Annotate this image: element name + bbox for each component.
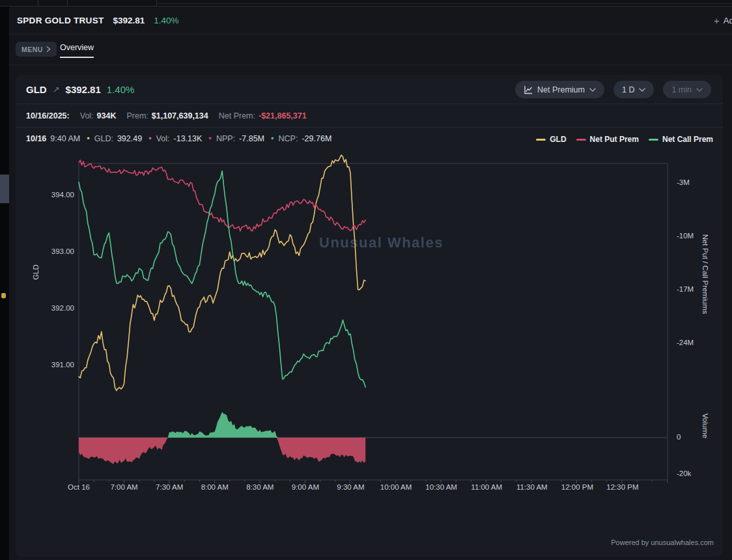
crosshair-tooltip: 10/16 9:40 AM •GLD:392.49•Vol:-13.13K•NP… — [26, 133, 331, 143]
chevron-right-icon — [46, 46, 51, 52]
tooltip-bullet-icon: • — [148, 133, 152, 143]
series-line-net-call-prem — [79, 171, 365, 387]
premium-axis-tick: -17M — [677, 285, 694, 293]
price-axis-tick: 393.00 — [34, 247, 74, 255]
legend-color-dash — [649, 139, 658, 141]
volume-area-positive — [79, 412, 365, 438]
x-axis-tick: 12:00 PM — [554, 483, 600, 491]
tooltip-item-value: -13.13K — [174, 134, 203, 143]
ticker-name: SPDR GOLD TRUST — [17, 16, 104, 25]
chart-legend: GLDNet Put PremNet Call Prem — [536, 135, 713, 144]
ticker-price: $392.81 — [113, 16, 145, 25]
volume-area-negative — [79, 438, 365, 464]
volume-axis-tick: 0 — [677, 433, 681, 441]
volume-axis-tick: -20k — [677, 469, 691, 477]
x-axis-tick: 11:30 AM — [509, 483, 555, 491]
left-edge-sidebar — [0, 7, 9, 560]
add-button[interactable]: + Add — [714, 7, 732, 35]
x-axis-tick: 10:30 AM — [419, 483, 464, 491]
tooltip-item-label: GLD: — [94, 134, 113, 143]
unusual-whales-page: SPDR GOLD TRUST $392.81 1.40% + Add MENU… — [0, 0, 732, 560]
x-axis-tick: 8:30 AM — [237, 483, 283, 491]
price-axis-title: GLD — [32, 259, 40, 285]
legend-label: GLD — [550, 135, 566, 144]
tooltip-item-label: NCP: — [279, 134, 298, 143]
sidebar-yellow-marker — [1, 293, 6, 298]
price-axis-tick: 391.00 — [34, 361, 74, 369]
volume-axis-title: Volume — [701, 406, 709, 445]
tooltip-item-value: 392.49 — [117, 134, 142, 143]
x-axis-tick: 11:00 AM — [464, 483, 509, 491]
top-strip-separator — [38, 0, 38, 7]
x-axis-tick: 9:30 AM — [328, 483, 373, 491]
x-axis-tick: Oct 16 — [56, 483, 102, 491]
x-axis-tick: 10:00 AM — [373, 483, 419, 491]
x-axis-tick: 7:30 AM — [147, 483, 192, 491]
legend-label: Net Put Prem — [590, 135, 639, 144]
top-strip-line — [156, 3, 732, 4]
price-axis-tick: 392.00 — [34, 304, 74, 312]
legend-label: Net Call Prem — [662, 135, 713, 144]
ticker-change-percent: 1.40% — [154, 16, 178, 25]
premium-axis-title: Net Put / Call Premiums — [701, 222, 709, 326]
browser-top-strip — [0, 0, 732, 7]
tooltip-item-value: -29.76M — [302, 134, 331, 143]
series-line-gld — [79, 155, 365, 391]
top-strip-separator — [67, 0, 68, 7]
premium-axis-tick: -10M — [677, 232, 694, 240]
nav-row: MENU Overview — [9, 35, 732, 65]
menu-button[interactable]: MENU — [16, 42, 57, 57]
x-axis-tick: 7:00 AM — [102, 483, 147, 491]
tooltip-bullet-icon: • — [208, 133, 212, 143]
sidebar-active-item-edge[interactable] — [0, 175, 9, 203]
x-axis-tick: 12:30 PM — [600, 483, 645, 491]
legend-color-dash — [536, 139, 546, 141]
legend-color-dash — [576, 139, 586, 141]
tooltip-time: 9:40 AM — [50, 134, 80, 143]
legend-item[interactable]: Net Call Prem — [649, 135, 713, 144]
plot-border — [79, 163, 668, 480]
tooltip-item-value: -7.85M — [239, 134, 264, 143]
x-axis-tick: 9:00 AM — [283, 483, 328, 491]
legend-item[interactable]: Net Put Prem — [576, 135, 639, 144]
price-axis-tick: 394.00 — [34, 191, 74, 199]
legend-item[interactable]: GLD — [536, 135, 566, 144]
tooltip-item-label: NPP: — [216, 134, 235, 143]
ticker-header: SPDR GOLD TRUST $392.81 1.40% + Add — [9, 7, 732, 35]
premium-axis-tick: -24M — [677, 339, 694, 346]
tooltip-item-label: Vol: — [156, 134, 170, 143]
plus-icon: + — [714, 15, 720, 26]
tooltip-bullet-icon: • — [87, 133, 90, 143]
tab-overview[interactable]: Overview — [60, 43, 94, 58]
chart-card: GLD ↗ $392.81 1.40% Net Premium 1 D 1 mi… — [16, 75, 723, 557]
tooltip-bullet-icon: • — [271, 133, 274, 143]
x-axis-tick: 8:00 AM — [192, 483, 238, 491]
premium-axis-tick: -3M — [677, 178, 690, 186]
tooltip-date: 10/16 — [26, 134, 46, 143]
